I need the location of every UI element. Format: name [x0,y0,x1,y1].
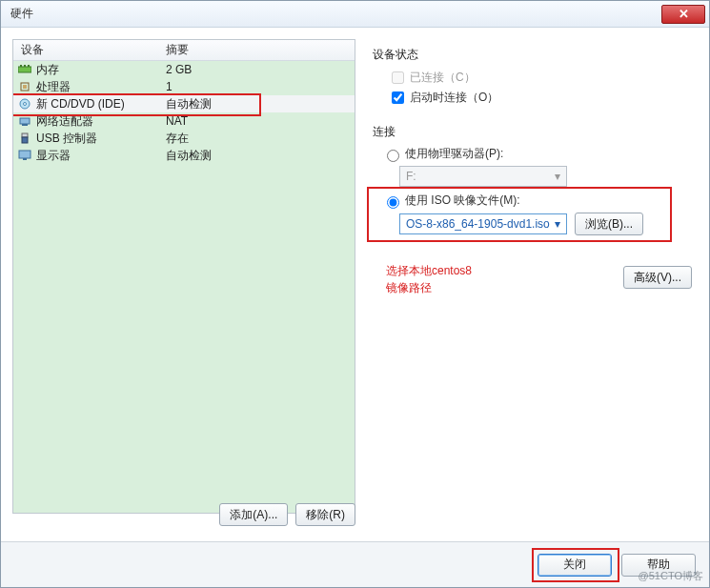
hw-summary: 1 [166,80,351,93]
connected-checkbox [392,71,404,84]
on-power-checkbox[interactable] [392,91,404,104]
hw-row-network[interactable]: 网络适配器 NAT [13,112,355,130]
connected-checkbox-row: 已连接（C） [388,69,692,87]
network-icon [17,114,32,128]
hw-summary: 2 GB [166,63,351,76]
hw-summary: 自动检测 [166,148,351,164]
window-title: 硬件 [10,6,661,22]
svg-rect-5 [23,85,27,89]
svg-point-7 [24,103,27,106]
iso-value: OS-8-x86_64-1905-dvd1.iso [406,217,550,231]
svg-rect-2 [24,65,26,67]
hw-name: USB 控制器 [36,131,97,147]
hw-summary: NAT [166,114,351,128]
svg-rect-13 [23,158,27,160]
connected-label: 已连接（C） [410,70,476,86]
list-buttons: 添加(A)... 移除(R) [12,503,355,526]
disc-icon [17,97,32,111]
hardware-dialog: 硬件 ✕ 设备 摘要 内存 2 GB [0,0,710,588]
physical-radio[interactable] [387,150,399,162]
on-power-label: 启动时连接（O） [410,90,498,106]
close-icon[interactable]: ✕ [661,5,705,24]
on-power-checkbox-row[interactable]: 启动时连接（O） [388,89,692,107]
help-button[interactable]: 帮助 [621,554,696,577]
physical-label: 使用物理驱动器(P): [405,146,503,162]
hw-summary: 自动检测 [166,96,351,112]
iso-radio[interactable] [387,196,399,209]
hw-name: 内存 [36,62,59,78]
list-body: 内存 2 GB 处理器 1 [13,61,355,513]
iso-label: 使用 ISO 映像文件(M): [405,193,520,209]
hardware-list-pane: 设备 摘要 内存 2 GB [12,39,355,514]
svg-rect-8 [20,118,30,124]
svg-rect-12 [19,151,30,158]
svg-rect-0 [18,67,31,72]
hw-row-usb[interactable]: USB 控制器 存在 [13,130,355,147]
svg-rect-10 [22,133,28,137]
advanced-button[interactable]: 高级(V)... [623,266,692,289]
physical-drive-select[interactable]: F: ▾ [399,166,692,187]
col-device: 设备 [13,42,166,58]
iso-path-select[interactable]: OS-8-x86_64-1905-dvd1.iso ▾ [399,213,567,234]
list-header: 设备 摘要 [13,40,355,61]
hw-row-cddvd[interactable]: 新 CD/DVD (IDE) 自动检测 [13,95,355,112]
settings-pane: 设备状态 已连接（C） 启动时连接（O） 连接 使用物理驱动器(P): F: ▾ [365,39,698,514]
remove-button[interactable]: 移除(R) [295,503,355,526]
cpu-icon [17,80,32,93]
hw-name: 显示器 [36,148,71,164]
close-button[interactable]: 关闭 [538,554,612,577]
svg-rect-1 [20,65,22,67]
hw-name: 处理器 [36,79,71,95]
hw-row-cpu[interactable]: 处理器 1 [13,78,355,95]
physical-drive-value: F: [406,170,416,183]
content-area: 设备 摘要 内存 2 GB [1,28,709,525]
hw-row-memory[interactable]: 内存 2 GB [13,61,355,78]
connect-title: 连接 [373,124,692,140]
iso-radio-row[interactable]: 使用 ISO 映像文件(M): [382,193,692,209]
svg-rect-3 [28,65,30,67]
svg-rect-11 [22,137,28,143]
memory-icon [17,63,32,76]
titlebar: 硬件 ✕ [1,1,709,28]
browse-button[interactable]: 浏览(B)... [575,213,643,235]
hw-name: 新 CD/DVD (IDE) [36,96,125,112]
physical-radio-row[interactable]: 使用物理驱动器(P): [382,146,692,162]
svg-rect-9 [22,124,28,126]
chevron-down-icon: ▾ [555,217,560,231]
status-title: 设备状态 [373,47,692,63]
chevron-down-icon: ▾ [555,170,560,183]
display-icon [17,149,32,162]
hw-name: 网络适配器 [36,113,93,130]
hw-summary: 存在 [166,131,351,147]
hw-row-display[interactable]: 显示器 自动检测 [13,147,355,164]
usb-icon [17,132,32,145]
add-button[interactable]: 添加(A)... [219,503,288,526]
annotation-text: 选择本地centos8 镜像路径 [386,262,472,296]
dialog-footer: 关闭 帮助 [1,541,709,587]
col-summary: 摘要 [166,42,355,58]
